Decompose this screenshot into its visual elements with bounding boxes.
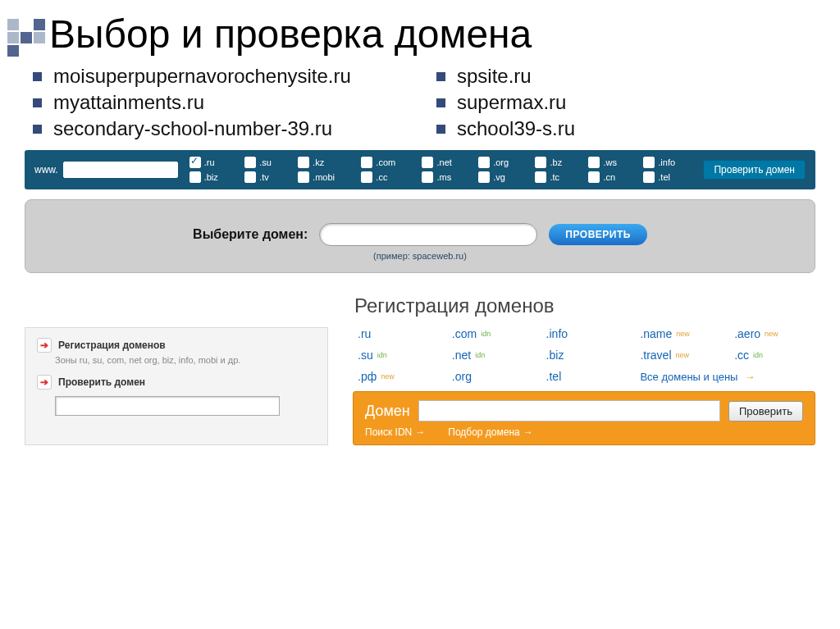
domain-check-bar: www. .ru .su .kz .com .net .org .bz .ws … xyxy=(25,150,815,189)
check-domain-input[interactable] xyxy=(55,396,280,416)
bullet-icon xyxy=(436,72,445,81)
bullet-text: supermax.ru xyxy=(457,91,566,114)
zone-link[interactable]: .namenew xyxy=(640,327,721,340)
domain-registration-box: ➔ Регистрация доменов Зоны ru, su, com, … xyxy=(25,327,328,445)
tld-checkbox[interactable]: .cn xyxy=(588,171,633,183)
www-prefix: www. xyxy=(34,162,178,178)
tld-checkbox[interactable]: .cc xyxy=(361,171,412,183)
bullet-text: school39-s.ru xyxy=(457,117,575,140)
domain-registration-widget: Регистрация доменов .ru .comidn .info .n… xyxy=(353,294,815,445)
checkbox-icon xyxy=(361,171,372,183)
checkbox-icon xyxy=(422,171,433,183)
slide-title: Выбор и проверка домена xyxy=(49,11,840,57)
bullet-icon xyxy=(436,125,445,134)
checkbox-icon xyxy=(189,171,201,183)
arrow-right-icon: → xyxy=(415,426,425,438)
zone-link[interactable]: .suidn xyxy=(358,349,439,362)
zone-link[interactable]: .travelnew xyxy=(640,349,721,362)
bullet-item: spsite.ru xyxy=(436,65,807,88)
bullet-item: school39-s.ru xyxy=(436,117,807,140)
all-domains-link[interactable]: Все домены и цены→ xyxy=(640,370,815,383)
bullet-text: spsite.ru xyxy=(457,65,532,88)
idn-search-link[interactable]: Поиск IDN→ xyxy=(365,426,425,438)
zone-link[interactable]: .ccidn xyxy=(734,349,815,362)
checkbox-icon xyxy=(478,171,490,183)
checkbox-icon xyxy=(244,157,256,168)
tld-checkbox[interactable]: .biz xyxy=(189,171,235,183)
check-button[interactable]: ПРОВЕРИТЬ xyxy=(549,224,647,245)
zone-link[interactable]: .biz xyxy=(546,349,628,362)
tld-checkbox[interactable]: .org xyxy=(478,157,525,168)
zone-link[interactable]: .org xyxy=(452,370,533,383)
tld-checkbox[interactable]: .vg xyxy=(478,171,525,183)
domain-input[interactable] xyxy=(63,162,178,178)
arrow-right-icon: ➔ xyxy=(37,375,52,390)
zone-link[interactable]: .netidn xyxy=(452,349,533,362)
bullet-text: myattainments.ru xyxy=(53,91,204,114)
choose-domain-input[interactable] xyxy=(319,223,537,246)
example-hint: (пример: spaceweb.ru) xyxy=(25,251,815,261)
bullet-item: moisuperpupernavorochenysite.ru xyxy=(33,65,404,88)
tld-checkbox[interactable]: .info xyxy=(643,157,692,168)
domain-search-input[interactable] xyxy=(418,400,720,422)
checkbox-icon xyxy=(189,157,201,168)
zone-link[interactable]: .info xyxy=(546,327,628,340)
zone-link[interactable]: .рфnew xyxy=(358,370,439,383)
tld-checkbox[interactable]: .tv xyxy=(244,171,288,183)
zone-link[interactable]: .comidn xyxy=(452,327,533,340)
check-button[interactable]: Проверить xyxy=(728,401,803,422)
tld-checkbox[interactable]: .tc xyxy=(535,171,578,183)
checkbox-icon xyxy=(588,171,600,183)
tld-checkbox[interactable]: .ms xyxy=(422,171,468,183)
tld-checkbox[interactable]: .net xyxy=(422,157,468,168)
tld-checkbox[interactable]: .kz xyxy=(298,157,351,168)
bullet-icon xyxy=(33,72,42,81)
checkbox-icon xyxy=(298,171,309,183)
check-domain-button[interactable]: Проверить домен xyxy=(703,160,806,180)
bullet-text: secondary-school-number-39.ru xyxy=(53,117,332,140)
arrow-right-icon: → xyxy=(744,371,755,383)
www-label: www. xyxy=(34,164,58,175)
tld-checkbox-grid: .ru .su .kz .com .net .org .bz .ws .info… xyxy=(189,157,692,183)
bullet-text: moisuperpupernavorochenysite.ru xyxy=(53,65,351,88)
checkbox-icon xyxy=(422,157,433,168)
tld-checkbox[interactable]: .com xyxy=(361,157,412,168)
zone-link[interactable]: .ru xyxy=(358,327,439,340)
domain-pick-link[interactable]: Подбор домена→ xyxy=(448,426,533,438)
checkbox-icon xyxy=(298,157,309,168)
reg-heading: ➔ Регистрация доменов xyxy=(37,338,316,353)
bullet-item: secondary-school-number-39.ru xyxy=(33,117,404,140)
arrow-right-icon: ➔ xyxy=(37,338,52,353)
bullet-item: myattainments.ru xyxy=(33,91,404,114)
reg-subtext: Зоны ru, su, com, net org, biz, info, mo… xyxy=(55,354,316,367)
checkbox-icon xyxy=(643,157,655,168)
bullet-item: supermax.ru xyxy=(436,91,807,114)
bullet-icon xyxy=(33,125,42,134)
bullet-columns: moisuperpupernavorochenysite.ru myattain… xyxy=(33,62,807,144)
tld-checkbox[interactable]: .ru xyxy=(189,157,235,168)
checkbox-icon xyxy=(535,157,546,168)
checkbox-icon xyxy=(361,157,372,168)
tld-checkbox[interactable]: .ws xyxy=(588,157,633,168)
checkbox-icon xyxy=(478,157,490,168)
checkbox-icon xyxy=(588,157,600,168)
tld-checkbox[interactable]: .mobi xyxy=(298,171,351,183)
checkbox-icon xyxy=(535,171,546,183)
tld-checkbox[interactable]: .tel xyxy=(643,171,692,183)
bullet-icon xyxy=(436,98,445,107)
reg-title: Регистрация доменов xyxy=(354,294,815,317)
tld-checkbox[interactable]: .su xyxy=(244,157,288,168)
slide-corner-deco xyxy=(7,18,64,57)
check-domain-item: ➔ Проверить домен xyxy=(37,375,316,390)
zone-link[interactable]: .aeronew xyxy=(734,327,815,340)
domain-search-bar: Домен Проверить Поиск IDN→ Подбор домена… xyxy=(353,391,815,445)
choose-domain-label: Выберите домен: xyxy=(193,227,308,242)
zone-link[interactable]: .tel xyxy=(546,370,628,383)
domain-select-panel: Выберите домен: ПРОВЕРИТЬ (пример: space… xyxy=(25,199,815,273)
checkbox-icon xyxy=(643,171,655,183)
arrow-right-icon: → xyxy=(523,426,533,438)
domain-label: Домен xyxy=(365,403,410,420)
tld-checkbox[interactable]: .bz xyxy=(535,157,578,168)
bullet-icon xyxy=(33,98,42,107)
checkbox-icon xyxy=(244,171,256,183)
